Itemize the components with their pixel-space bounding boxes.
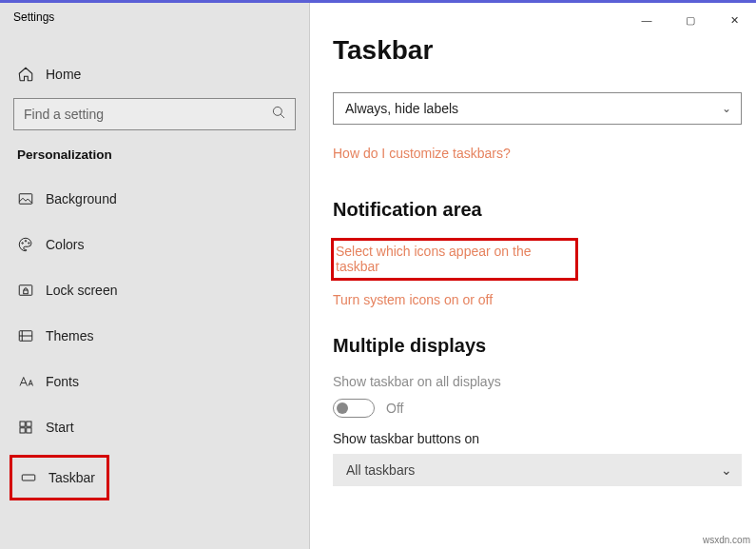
sidebar-item-label: Lock screen	[46, 283, 117, 298]
select-icons-link[interactable]: Select which icons appear on the taskbar	[336, 244, 573, 274]
sidebar-item-start[interactable]: Start	[0, 407, 309, 447]
svg-line-1	[281, 114, 284, 118]
svg-rect-7	[24, 290, 29, 294]
sidebar-item-label: Colors	[46, 237, 84, 252]
customize-taskbars-link[interactable]: How do I customize taskbars?	[310, 146, 511, 161]
svg-point-5	[29, 243, 30, 245]
dropdown-value: All taskbars	[346, 462, 415, 478]
sidebar-item-label: Background	[46, 191, 117, 206]
minimize-button[interactable]: —	[625, 6, 669, 34]
sidebar-item-label: Themes	[46, 328, 94, 343]
chevron-down-icon: ⌄	[722, 102, 731, 115]
chevron-down-icon: ⌄	[721, 462, 732, 478]
sidebar-item-themes[interactable]: Themes	[0, 316, 309, 356]
search-icon	[270, 104, 287, 125]
window-controls: — ▢ ✕	[625, 6, 756, 34]
image-icon	[17, 190, 46, 207]
highlight-select-icons: Select which icons appear on the taskbar	[331, 238, 578, 281]
svg-point-3	[22, 243, 24, 245]
nav-home-label: Home	[46, 67, 81, 82]
svg-rect-10	[27, 422, 31, 426]
show-buttons-on-label: Show taskbar buttons on	[310, 431, 756, 446]
svg-rect-9	[20, 422, 25, 426]
sidebar-item-background[interactable]: Background	[0, 179, 309, 219]
maximize-button[interactable]: ▢	[669, 6, 712, 34]
svg-point-0	[273, 107, 281, 115]
sidebar-item-label: Taskbar	[48, 470, 95, 485]
page-title: Taskbar	[310, 35, 756, 66]
svg-rect-2	[19, 194, 32, 205]
home-icon	[17, 66, 46, 83]
multiple-displays-heading: Multiple displays	[310, 335, 756, 357]
close-button[interactable]: ✕	[712, 6, 756, 34]
highlight-sidebar-taskbar: Taskbar	[10, 455, 109, 500]
watermark: wsxdn.com	[703, 535, 750, 545]
app-title: Settings	[0, 10, 309, 24]
sidebar-section-heading: Personalization	[0, 147, 309, 162]
sidebar-item-lockscreen[interactable]: Lock screen	[0, 270, 309, 310]
lockscreen-icon	[17, 282, 46, 299]
show-buttons-dropdown[interactable]: All taskbars ⌄	[333, 454, 742, 486]
system-icons-link[interactable]: Turn system icons on or off	[310, 292, 493, 307]
palette-icon	[17, 236, 46, 253]
taskbar-icon	[20, 469, 48, 486]
window-caption: Settings	[0, 3, 309, 31]
svg-rect-13	[22, 475, 35, 480]
search-input-container[interactable]	[13, 98, 296, 130]
nav-home[interactable]: Home	[0, 54, 309, 94]
show-all-displays-label: Show taskbar on all displays	[310, 374, 756, 389]
sidebar-pane: Settings Home Personalization Backgro	[0, 3, 310, 549]
search-input[interactable]	[24, 107, 270, 122]
combine-buttons-dropdown[interactable]: Always, hide labels ⌄	[333, 92, 742, 125]
sidebar-item-label: Fonts	[46, 374, 79, 389]
sidebar-item-label: Start	[46, 420, 74, 435]
dropdown-value: Always, hide labels	[345, 101, 458, 116]
sidebar-item-taskbar[interactable]: Taskbar	[12, 458, 107, 498]
toggle-state-label: Off	[386, 401, 403, 416]
svg-point-4	[25, 241, 27, 243]
themes-icon	[17, 327, 46, 344]
sidebar-item-colors[interactable]: Colors	[0, 225, 309, 265]
svg-rect-12	[27, 428, 31, 433]
sidebar-item-fonts[interactable]: Fonts	[0, 362, 309, 402]
start-icon	[17, 419, 46, 436]
svg-rect-11	[20, 428, 25, 433]
fonts-icon	[17, 373, 46, 390]
notification-area-heading: Notification area	[310, 199, 756, 221]
show-all-displays-toggle[interactable]	[333, 399, 375, 418]
main-pane: — ▢ ✕ Taskbar Always, hide labels ⌄ How …	[310, 3, 756, 549]
